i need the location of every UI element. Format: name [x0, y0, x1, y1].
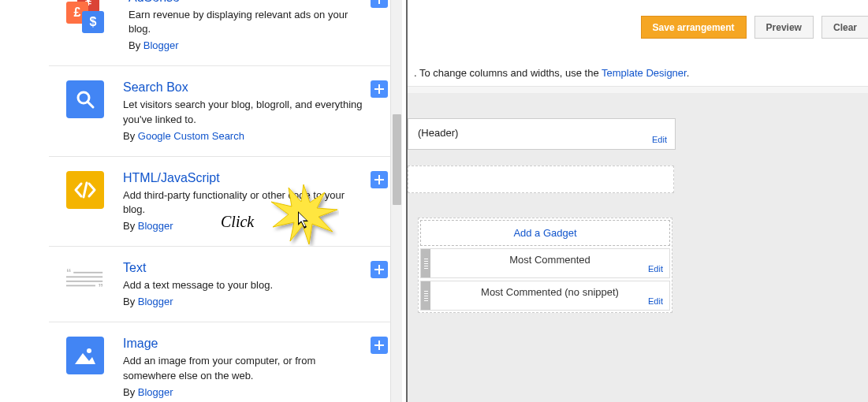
gadget-searchbox: Search Box Let visitors search your blog…	[49, 65, 402, 155]
adsense-icon: ¥ £ $	[66, 0, 110, 34]
gadget-byline: By Blogger	[129, 39, 363, 51]
header-label: (Header)	[418, 127, 458, 139]
gadget-title[interactable]: Text	[123, 261, 363, 275]
gadget-description: Add a text message to your blog.	[123, 278, 363, 292]
top-bar: Save arrangement Preview Clear . To chan…	[408, 0, 868, 87]
gadget-author[interactable]: Google Custom Search	[138, 130, 244, 142]
svg-text:”: ”	[99, 281, 103, 292]
gadget-list: ¥ £ $ AdSense Earn revenue by displaying…	[0, 0, 402, 402]
gadget-body: AdSense Earn revenue by displaying relev…	[129, 0, 386, 51]
gadget-description: Add an image from your computer, or from…	[123, 354, 363, 382]
add-gadget-button[interactable]	[371, 337, 388, 354]
widget-name: Most Commented	[430, 249, 669, 277]
gadget-byline: By Blogger	[123, 220, 363, 232]
drag-handle-icon[interactable]	[421, 281, 430, 310]
gadget-title[interactable]: Image	[123, 337, 363, 351]
layout-canvas: (Header) Edit Add a Gadget Most Commente…	[408, 93, 868, 402]
gadget-body: HTML/JavaScript Add third-party function…	[123, 171, 386, 232]
gadget-byline: By Google Custom Search	[123, 130, 363, 142]
add-a-gadget-button[interactable]: Add a Gadget	[420, 220, 670, 246]
save-arrangement-button[interactable]: Save arrangement	[641, 16, 747, 39]
gadget-title[interactable]: AdSense	[129, 0, 363, 5]
action-buttons: Save arrangement Preview Clear	[641, 16, 868, 39]
drag-handle-icon[interactable]	[421, 249, 430, 277]
gadget-column: Add a Gadget Most Commented Edit Most Co…	[418, 218, 672, 313]
gadget-title[interactable]: HTML/JavaScript	[123, 171, 363, 185]
add-gadget-button[interactable]	[371, 261, 388, 278]
gadget-body: Image Add an image from your computer, o…	[123, 337, 386, 397]
svg-text:£: £	[74, 6, 81, 19]
text-quote-icon: “ ”	[66, 261, 104, 299]
gadget-byline: By Blogger	[123, 296, 363, 307]
svg-rect-14	[374, 179, 384, 181]
svg-line-9	[88, 102, 93, 107]
widget-row[interactable]: Most Commented (no snippet) Edit	[420, 281, 670, 311]
add-gadget-button[interactable]	[371, 171, 388, 188]
template-designer-link[interactable]: Template Designer	[602, 67, 687, 79]
layout-editor: Save arrangement Preview Clear . To chan…	[408, 0, 868, 402]
svg-rect-11	[374, 88, 384, 90]
gadget-author[interactable]: Blogger	[143, 39, 179, 51]
scrollbar-thumb[interactable]	[393, 114, 401, 205]
add-gadget-button[interactable]	[371, 80, 388, 98]
edit-link[interactable]: Edit	[648, 264, 663, 274]
svg-rect-6	[378, 0, 380, 4]
search-icon	[66, 80, 104, 118]
svg-rect-26	[374, 344, 384, 346]
svg-rect-16	[73, 272, 102, 274]
header-block[interactable]: (Header) Edit	[408, 118, 676, 150]
svg-text:$: $	[90, 15, 97, 28]
hint-text: . To change columns and widths, use the …	[414, 67, 689, 79]
svg-rect-17	[66, 277, 102, 278]
svg-rect-22	[374, 269, 384, 270]
widget-row[interactable]: Most Commented Edit	[420, 248, 670, 278]
gadget-author[interactable]: Blogger	[138, 220, 173, 232]
gadget-image: Image Add an image from your computer, o…	[49, 322, 402, 402]
edit-link[interactable]: Edit	[648, 296, 663, 306]
gadget-body: Text Add a text message to your blog. By…	[123, 261, 386, 307]
svg-marker-24	[75, 353, 95, 364]
clear-button[interactable]: Clear	[821, 16, 868, 39]
svg-point-23	[87, 348, 91, 353]
gadget-picker: ¥ £ $ AdSense Earn revenue by displaying…	[0, 0, 402, 402]
gadget-description: Add third-party functionality or other c…	[123, 188, 363, 217]
gadget-author[interactable]: Blogger	[138, 386, 173, 398]
svg-rect-19	[66, 285, 95, 287]
edit-link[interactable]: Edit	[652, 135, 667, 144]
gadget-author[interactable]: Blogger	[138, 296, 173, 307]
code-icon	[66, 171, 104, 209]
scrollbar-track[interactable]	[390, 0, 402, 402]
svg-line-12	[84, 183, 87, 197]
gadget-description: Earn revenue by displaying relevant ads …	[129, 8, 363, 36]
gadget-htmljs: HTML/JavaScript Add third-party function…	[49, 156, 402, 246]
preview-button[interactable]: Preview	[754, 16, 814, 39]
widget-name: Most Commented (no snippet)	[430, 281, 669, 310]
gadget-body: Search Box Let visitors search your blog…	[123, 80, 386, 141]
svg-rect-18	[66, 281, 102, 282]
gadget-description: Let visitors search your blog, blogroll,…	[123, 98, 363, 126]
gadget-adsense: ¥ £ $ AdSense Earn revenue by displaying…	[49, 0, 402, 65]
image-icon	[66, 337, 104, 374]
gadget-byline: By Blogger	[123, 386, 363, 398]
gadget-title[interactable]: Search Box	[123, 80, 363, 95]
gadget-text: “ ” Text Add a text message to your blog…	[49, 246, 402, 322]
empty-region[interactable]	[408, 166, 674, 193]
add-gadget-button[interactable]	[371, 0, 388, 8]
